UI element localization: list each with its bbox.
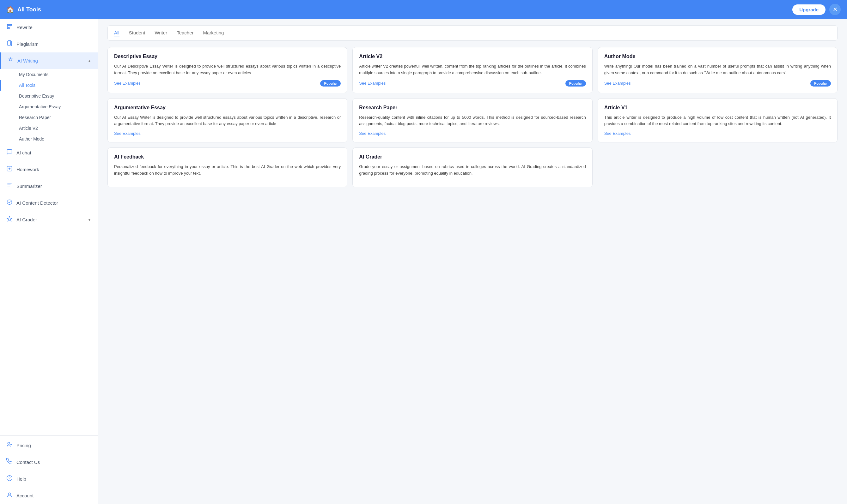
filter-tab-student[interactable]: Student <box>129 29 145 37</box>
ai-writing-sub-items: My Documents All Tools Descriptive Essay… <box>0 69 98 144</box>
card-descriptive-essay-desc: Our AI Descriptive Essay Writer is desig… <box>114 63 341 76</box>
card-argumentative-essay-desc: Our AI Essay Writer is designed to provi… <box>114 114 341 128</box>
upgrade-button[interactable]: Upgrade <box>792 4 826 15</box>
sidebar-item-ai-chat[interactable]: AI chat <box>0 144 98 161</box>
plagiarism-icon <box>6 40 13 48</box>
card-research-paper: Research Paper Research-quality content … <box>352 98 592 143</box>
card-article-v1-title: Article V1 <box>604 105 831 110</box>
sidebar-sub-item-research-paper[interactable]: Research Paper <box>0 112 98 123</box>
help-icon <box>6 475 13 483</box>
sidebar-item-ai-writing-label: AI Writing <box>17 58 38 64</box>
card-descriptive-essay-footer: See Examples Popular <box>114 80 341 87</box>
argumentative-essay-see-examples-link[interactable]: See Examples <box>114 131 141 136</box>
filter-tab-writer[interactable]: Writer <box>155 29 167 37</box>
card-argumentative-essay-title: Argumentative Essay <box>114 105 341 110</box>
ai-content-detector-icon <box>6 199 13 207</box>
sidebar-item-pricing[interactable]: Pricing <box>0 437 98 454</box>
sidebar-item-summarizer-label: Summarizer <box>16 183 42 189</box>
card-research-paper-footer: See Examples <box>359 131 586 136</box>
sidebar-item-account-label: Account <box>16 493 34 498</box>
sidebar-sub-item-all-tools[interactable]: All Tools <box>0 80 98 91</box>
card-research-paper-desc: Research-quality content with inline cit… <box>359 114 586 128</box>
sidebar-item-ai-content-detector[interactable]: AI Content Detector <box>0 195 98 211</box>
sidebar-sub-item-my-documents[interactable]: My Documents <box>0 69 98 80</box>
svg-point-5 <box>8 493 11 495</box>
sidebar: Rewrite Plagiarism AI Writing ▲ My Docum… <box>0 19 98 504</box>
main-content: All Student Writer Teacher Marketing Des… <box>98 19 847 504</box>
svg-point-3 <box>7 443 10 445</box>
descriptive-essay-see-examples-link[interactable]: See Examples <box>114 81 141 86</box>
card-author-mode-title: Author Mode <box>604 54 831 59</box>
filter-tab-all[interactable]: All <box>114 29 119 37</box>
sidebar-item-ai-chat-label: AI chat <box>16 150 31 155</box>
card-ai-feedback-title: AI Feedback <box>114 154 341 160</box>
header-left: 🏠 All Tools <box>6 6 41 13</box>
filter-tab-marketing[interactable]: Marketing <box>203 29 224 37</box>
summarizer-icon <box>6 182 13 190</box>
filter-tabs: All Student Writer Teacher Marketing <box>107 25 837 41</box>
account-icon <box>6 492 13 500</box>
card-article-v1: Article V1 This article writer is design… <box>598 98 837 143</box>
card-author-mode: Author Mode Write anything! Our model ha… <box>598 47 837 93</box>
article-v1-see-examples-link[interactable]: See Examples <box>604 131 631 136</box>
cards-grid: Descriptive Essay Our AI Descriptive Ess… <box>107 47 837 187</box>
sidebar-sub-item-descriptive-essay[interactable]: Descriptive Essay <box>0 91 98 101</box>
card-argumentative-essay-footer: See Examples <box>114 131 341 136</box>
homework-icon <box>6 165 13 173</box>
card-article-v2-desc: Article writer V2 creates powerful, well… <box>359 63 586 76</box>
card-article-v1-desc: This article writer is designed to produ… <box>604 114 831 128</box>
article-v2-see-examples-link[interactable]: See Examples <box>359 81 385 86</box>
pricing-icon <box>6 442 13 449</box>
ai-writing-chevron-icon: ▲ <box>88 59 91 63</box>
sidebar-item-ai-writing[interactable]: AI Writing ▲ <box>0 52 98 69</box>
ai-grader-chevron-icon: ▼ <box>88 218 91 222</box>
sidebar-item-pricing-label: Pricing <box>16 443 31 448</box>
card-ai-feedback: AI Feedback Personalized feedback for ev… <box>107 147 347 187</box>
filter-tab-teacher[interactable]: Teacher <box>177 29 193 37</box>
card-descriptive-essay-title: Descriptive Essay <box>114 54 341 59</box>
card-article-v1-footer: See Examples <box>604 131 831 136</box>
header-right: Upgrade ✕ <box>792 4 841 15</box>
svg-point-2 <box>7 200 12 205</box>
sidebar-item-help[interactable]: Help <box>0 470 98 487</box>
sidebar-item-plagiarism-label: Plagiarism <box>16 41 38 47</box>
sidebar-item-contact-us-label: Contact Us <box>16 460 40 465</box>
header: 🏠 All Tools Upgrade ✕ <box>0 0 847 19</box>
card-descriptive-essay: Descriptive Essay Our AI Descriptive Ess… <box>107 47 347 93</box>
sidebar-divider <box>0 435 98 436</box>
ai-grader-icon <box>6 216 13 223</box>
card-ai-grader: AI Grader Grade your essay or assignment… <box>352 147 592 187</box>
card-research-paper-title: Research Paper <box>359 105 586 110</box>
sidebar-sub-item-author-mode[interactable]: Author Mode <box>0 133 98 144</box>
sidebar-item-ai-grader-label: AI Grader <box>16 217 37 222</box>
sidebar-item-summarizer[interactable]: Summarizer <box>0 178 98 195</box>
home-icon: 🏠 <box>6 6 14 13</box>
contact-icon <box>6 458 13 466</box>
sidebar-item-help-label: Help <box>16 476 26 482</box>
card-ai-grader-desc: Grade your essay or assignment based on … <box>359 164 586 177</box>
descriptive-essay-popular-badge: Popular <box>320 80 341 87</box>
sidebar-item-contact-us[interactable]: Contact Us <box>0 454 98 470</box>
sidebar-item-rewrite[interactable]: Rewrite <box>0 19 98 36</box>
card-ai-feedback-desc: Personalized feedback for everything in … <box>114 164 341 177</box>
sidebar-item-plagiarism[interactable]: Plagiarism <box>0 36 98 52</box>
card-ai-grader-title: AI Grader <box>359 154 586 160</box>
card-author-mode-desc: Write anything! Our model has been train… <box>604 63 831 76</box>
sidebar-item-ai-content-detector-label: AI Content Detector <box>16 200 58 205</box>
sidebar-item-ai-grader[interactable]: AI Grader ▼ <box>0 211 98 228</box>
layout: Rewrite Plagiarism AI Writing ▲ My Docum… <box>0 19 847 504</box>
sidebar-sub-item-argumentative-essay[interactable]: Argumentative Essay <box>0 101 98 112</box>
card-author-mode-footer: See Examples Popular <box>604 80 831 87</box>
ai-writing-icon <box>7 57 14 65</box>
close-button[interactable]: ✕ <box>829 4 841 15</box>
rewrite-icon <box>6 23 13 31</box>
sidebar-sub-item-article-v2[interactable]: Article V2 <box>0 123 98 133</box>
sidebar-item-rewrite-label: Rewrite <box>16 25 33 30</box>
sidebar-item-account[interactable]: Account <box>0 487 98 504</box>
card-article-v2-title: Article V2 <box>359 54 586 59</box>
author-mode-see-examples-link[interactable]: See Examples <box>604 81 631 86</box>
app-title: All Tools <box>17 6 41 13</box>
research-paper-see-examples-link[interactable]: See Examples <box>359 131 385 136</box>
sidebar-item-homework[interactable]: Homework <box>0 161 98 178</box>
author-mode-popular-badge: Popular <box>810 80 831 87</box>
